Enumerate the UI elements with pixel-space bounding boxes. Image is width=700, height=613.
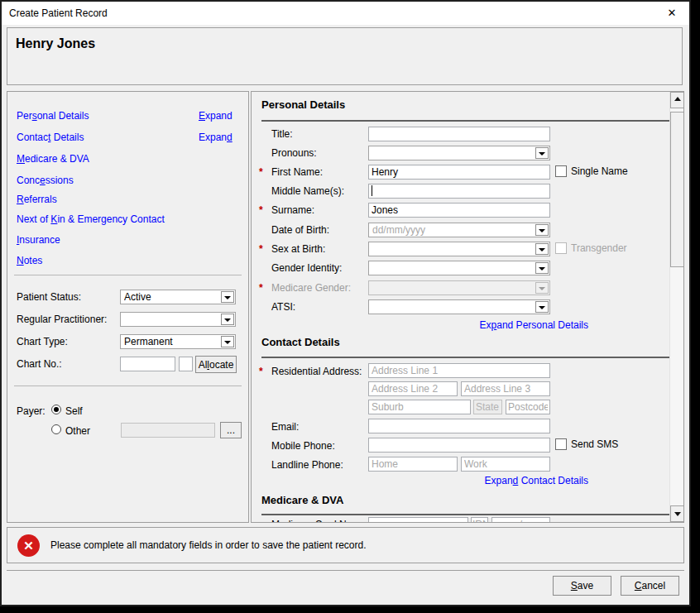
address-line2-field[interactable] [368,381,458,396]
patient-status-value: Active [124,291,218,304]
save-button[interactable]: Save [553,576,611,596]
send-sms-checkbox[interactable]: Send SMS [555,438,618,450]
sidebar-item-contact-details[interactable]: Contact Details [17,132,84,143]
chevron-down-icon[interactable] [535,147,549,159]
cancel-button[interactable]: Cancel [621,576,679,596]
atsi-select[interactable] [368,299,550,314]
mobile-phone-label: Mobile Phone: [271,440,335,452]
sex-at-birth-select[interactable] [368,242,550,256]
scroll-up-icon[interactable] [670,92,684,108]
chevron-down-icon[interactable] [535,301,549,313]
expand-personal-details-nav-link[interactable]: Expand [199,110,233,122]
medicare-dva-rule [261,514,670,515]
medicare-gender-label: Medicare Gender: [271,282,351,294]
medicare-card-no-field[interactable] [368,517,468,523]
patient-name: Henry Jones [16,36,95,51]
allocate-button[interactable]: Allocate [195,356,237,373]
sidebar-item-referrals[interactable]: Referrals [17,194,57,205]
payer-other-label: Other [65,425,90,437]
sex-at-birth-label: Sex at Birth: [271,243,325,255]
sidebar-item-next-of-kin[interactable]: Next of Kin & Emergency Contact [17,213,165,225]
email-field[interactable] [368,419,550,433]
sidebar-panel: Personal Details Expand Contact Details … [7,91,249,523]
window-title: Create Patient Record [9,2,108,25]
browse-payer-button[interactable]: ... [220,422,242,438]
chart-type-select[interactable]: Permanent [120,334,236,349]
medicare-expiry-field[interactable]: / [491,517,550,523]
payer-label: Payer: [17,405,46,417]
footer-divider [7,570,684,571]
title-field[interactable] [368,127,550,141]
patient-status-select[interactable]: Active [120,290,236,304]
transgender-checkbox: Transgender [555,242,627,254]
sidebar-item-personal-details[interactable]: Personal Details [17,110,89,122]
single-name-label: Single Name [571,165,628,177]
medicare-gender-select [368,280,550,295]
personal-details-rule [261,120,670,122]
regular-practitioner-label: Regular Practitioner: [17,314,107,325]
sidebar-item-notes[interactable]: Notes [17,255,42,266]
sidebar-item-insurance[interactable]: Insurance [17,234,60,246]
scroll-thumb[interactable] [670,112,684,267]
chevron-down-icon[interactable] [535,262,549,274]
required-marker: * [259,282,263,294]
create-patient-record-dialog: Create Patient Record ✕ Henry Jones Pers… [0,0,691,606]
chart-type-label: Chart Type: [17,336,68,347]
email-label: Email: [271,421,299,433]
atsi-label: ATSI: [271,301,295,313]
required-marker: * [259,243,263,255]
landline-phone-label: Landline Phone: [271,459,343,471]
middle-names-field[interactable] [368,184,550,199]
chevron-down-icon[interactable] [221,336,234,347]
expand-contact-details-nav-link[interactable]: Expand [199,132,233,143]
required-marker: * [259,204,263,216]
suburb-field[interactable] [368,400,471,414]
scroll-down-icon[interactable] [670,505,684,522]
dob-select[interactable]: dd/mm/yyyy [368,223,550,237]
chevron-down-icon[interactable] [535,224,549,236]
surname-field[interactable] [368,203,550,218]
chart-type-value: Permanent [124,336,218,348]
chevron-down-icon[interactable] [221,314,234,325]
address-line3-field[interactable] [461,381,550,396]
payer-other-radio[interactable] [51,424,61,434]
payer-self-radio[interactable] [51,405,61,414]
close-icon[interactable]: ✕ [659,2,684,25]
chart-no-field[interactable] [120,357,175,371]
chevron-down-icon[interactable] [221,291,234,303]
error-icon: ✕ [17,534,40,557]
gender-identity-select[interactable] [368,261,550,275]
pronouns-select[interactable] [368,146,550,160]
send-sms-label: Send SMS [571,438,618,450]
postcode-field[interactable] [506,400,550,414]
address-line1-field[interactable] [368,363,550,378]
contact-details-rule [261,357,670,358]
checkbox-box [555,165,567,177]
sidebar-item-medicare-dva[interactable]: Medicare & DVA [17,153,89,165]
mobile-phone-field[interactable] [368,438,550,453]
chevron-down-icon[interactable] [535,243,549,255]
home-phone-field[interactable] [368,457,458,472]
chart-no-suffix-field[interactable] [179,357,193,371]
transgender-label: Transgender [571,242,627,254]
titlebar: Create Patient Record ✕ [2,2,689,25]
expand-personal-details-link[interactable]: Expand Personal Details [368,319,588,331]
single-name-checkbox[interactable]: Single Name [555,165,628,177]
details-panel: Personal Details Title: Pronouns: * Firs… [251,91,684,523]
first-name-field[interactable] [368,165,550,180]
scrollbar[interactable] [669,92,683,522]
medicare-irn-field[interactable] [471,517,488,523]
status-bar: ✕ Please complete all mandatory fields i… [7,527,684,563]
dob-placeholder: dd/mm/yyyy [372,224,533,237]
contact-details-heading: Contact Details [261,336,340,348]
chevron-down-icon [535,282,549,294]
expand-contact-details-link[interactable]: Expand Contact Details [368,475,588,486]
regular-practitioner-select[interactable] [120,312,236,327]
pronouns-label: Pronouns: [271,147,317,159]
surname-label: Surname: [271,204,314,216]
medicare-card-no-label: Medicare Card No.: [271,519,357,523]
state-field [473,400,502,414]
status-message: Please complete all mandatory fields in … [50,528,367,563]
work-phone-field[interactable] [461,457,550,472]
sidebar-item-concessions[interactable]: Concessions [17,175,74,186]
